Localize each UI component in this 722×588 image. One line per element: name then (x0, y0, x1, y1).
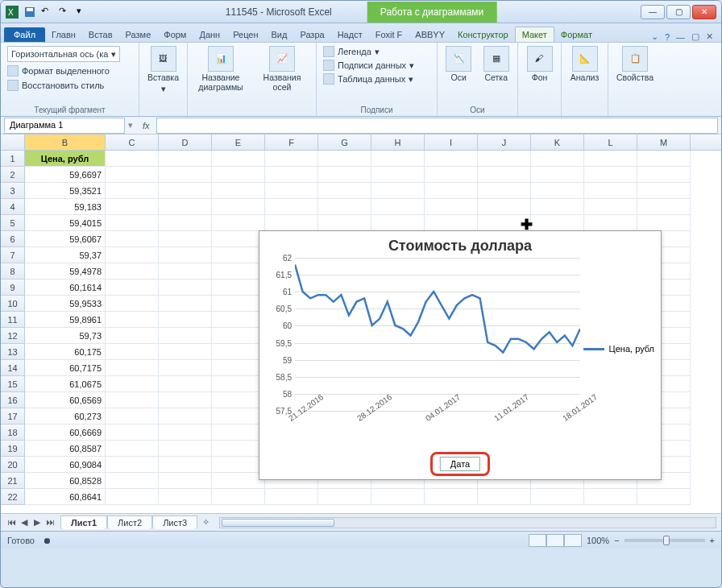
cell[interactable] (478, 489, 531, 505)
cell[interactable] (106, 167, 159, 183)
cell[interactable] (159, 231, 212, 247)
data-table-button[interactable]: Таблица данных ▾ (323, 73, 430, 85)
tab-chart-layout[interactable]: Макет (515, 27, 554, 42)
tab-view[interactable]: Вид (265, 27, 294, 42)
tab-formulas[interactable]: Форм (157, 27, 193, 42)
undo-icon[interactable]: ↶ (41, 6, 54, 19)
row-header[interactable]: 19 (1, 441, 25, 457)
cell[interactable] (159, 199, 212, 215)
name-box[interactable]: Диаграмма 1 (4, 118, 125, 134)
row-header[interactable]: 1 (1, 151, 25, 167)
close-button[interactable]: ✕ (692, 5, 716, 19)
cell[interactable] (106, 215, 159, 231)
cell[interactable] (318, 183, 371, 199)
tab-insert[interactable]: Встав (82, 27, 119, 42)
format-selection-button[interactable]: Формат выделенного (7, 65, 110, 77)
insert-button[interactable]: 🖼Вставка▾ (146, 46, 180, 93)
tab-chart-format[interactable]: Формат (554, 27, 599, 42)
cell[interactable] (159, 392, 212, 408)
cell[interactable] (212, 296, 265, 312)
cell[interactable] (265, 215, 318, 231)
cell[interactable] (212, 424, 265, 441)
tab-developer[interactable]: Разра (293, 27, 330, 42)
cell[interactable] (584, 151, 637, 167)
qat-dropdown-icon[interactable]: ▾ (77, 6, 89, 19)
cell[interactable] (478, 151, 531, 167)
sheet-nav-first-icon[interactable]: ⏮ (6, 517, 17, 528)
cell[interactable] (318, 199, 371, 215)
row-header[interactable]: 4 (1, 199, 25, 215)
cell[interactable] (159, 408, 212, 424)
new-sheet-icon[interactable]: ✧ (197, 517, 214, 528)
row-header[interactable]: 13 (1, 344, 25, 360)
analysis-button[interactable]: 📐Анализ (568, 46, 601, 83)
cell[interactable] (478, 199, 531, 215)
col-header[interactable]: M (637, 135, 691, 150)
cell[interactable]: Цена, рубл (25, 151, 106, 167)
col-header[interactable]: K (531, 135, 584, 150)
horizontal-scrollbar[interactable] (219, 517, 716, 528)
view-pagebreak-button[interactable] (564, 534, 582, 547)
cell[interactable] (106, 473, 159, 489)
cell[interactable] (318, 167, 371, 183)
cell[interactable] (159, 424, 212, 441)
cell[interactable] (425, 215, 478, 231)
cell[interactable]: 60,6569 (25, 392, 106, 408)
cell[interactable] (106, 457, 159, 473)
cell[interactable] (212, 328, 265, 344)
cell[interactable] (212, 344, 265, 360)
workbook-min-icon[interactable]: — (676, 32, 685, 42)
cell[interactable] (212, 360, 265, 376)
col-header[interactable]: J (478, 135, 531, 150)
cell[interactable] (371, 215, 425, 231)
cell[interactable] (265, 167, 318, 183)
cell[interactable] (371, 183, 425, 199)
sheet-nav[interactable]: ⏮ ◀ ▶ ⏭ (6, 517, 56, 528)
formula-input[interactable] (156, 118, 718, 134)
cell[interactable] (371, 199, 425, 215)
col-header[interactable]: L (584, 135, 637, 150)
chart-legend[interactable]: Цена, рубл (583, 344, 654, 354)
col-header[interactable]: I (425, 135, 478, 150)
cell[interactable] (212, 392, 265, 408)
cell[interactable] (637, 489, 691, 505)
axes-button[interactable]: 📉Оси (444, 46, 474, 83)
tab-home[interactable]: Главн (45, 27, 82, 42)
cell[interactable]: 60,9084 (25, 457, 106, 473)
sheet-tab[interactable]: Лист3 (152, 516, 197, 529)
row-header[interactable]: 22 (1, 489, 25, 505)
redo-icon[interactable]: ↷ (59, 6, 72, 19)
cell[interactable]: 59,3521 (25, 183, 106, 199)
cell[interactable] (637, 199, 691, 215)
cell[interactable] (212, 457, 265, 473)
macro-record-icon[interactable]: ⏺ (43, 536, 52, 545)
cell[interactable]: 59,183 (25, 199, 106, 215)
y-axis[interactable]: 57,55858,55959,56060,56161,562 (263, 258, 292, 411)
col-header[interactable]: F (265, 135, 318, 150)
reset-style-button[interactable]: Восстановить стиль (7, 80, 104, 91)
cell[interactable] (212, 280, 265, 296)
row-header[interactable]: 7 (1, 247, 25, 263)
properties-button[interactable]: 📋Свойства (615, 46, 655, 83)
row-header[interactable]: 21 (1, 473, 25, 489)
x-axis-title[interactable]: Дата (440, 457, 480, 471)
cell[interactable] (425, 167, 478, 183)
row-header[interactable]: 9 (1, 280, 25, 296)
cell[interactable]: 59,6697 (25, 167, 106, 183)
chart-element-selector[interactable]: Горизонтальная ось (ка▾ (7, 46, 120, 62)
row-header[interactable]: 16 (1, 392, 25, 408)
cell[interactable] (106, 360, 159, 376)
cell[interactable] (212, 312, 265, 328)
row-header[interactable]: 8 (1, 263, 25, 280)
cell[interactable] (106, 231, 159, 247)
cell[interactable] (212, 263, 265, 280)
cell[interactable]: 60,8528 (25, 473, 106, 489)
cell[interactable] (159, 280, 212, 296)
cell[interactable] (425, 183, 478, 199)
tab-file[interactable]: Файл (4, 27, 45, 42)
tab-chart-design[interactable]: Конструктор (451, 27, 515, 42)
cell[interactable] (318, 151, 371, 167)
cell[interactable] (106, 312, 159, 328)
tab-pagelayout[interactable]: Разме (119, 27, 158, 42)
sheet-nav-prev-icon[interactable]: ◀ (19, 517, 30, 528)
